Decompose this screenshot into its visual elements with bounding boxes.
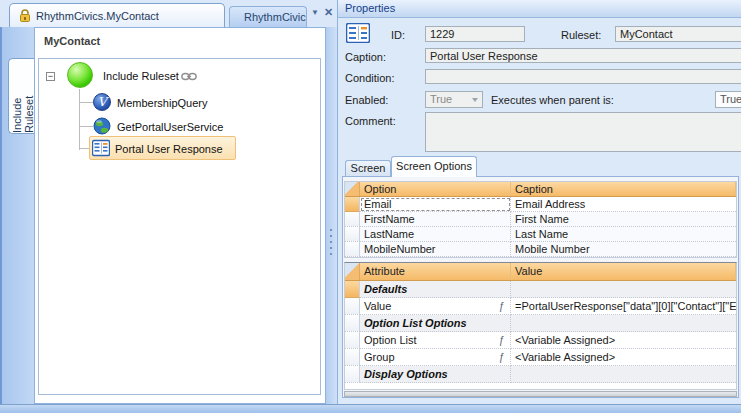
category-value (511, 366, 736, 383)
enabled-dropdown[interactable]: True (425, 91, 483, 108)
value-cell[interactable]: <Variable Assigned> (511, 332, 736, 349)
enabled-label: Enabled: (345, 94, 388, 106)
row-selector[interactable] (345, 315, 360, 332)
tab-screen[interactable]: Screen (345, 160, 391, 177)
tree-expander-icon[interactable]: − (46, 72, 55, 81)
caption-label: Caption: (345, 51, 386, 63)
caption-field[interactable]: Portal User Response (425, 48, 741, 63)
ruleset-tree: − Include Ruleset V MembershipQuery GetP… (38, 58, 321, 395)
table-row[interactable]: LastName Last Name (345, 227, 736, 242)
comment-label: Comment: (345, 115, 396, 127)
attributes-grid-header: Attribute Value (345, 263, 736, 281)
row-selector[interactable] (345, 298, 360, 315)
row-selector[interactable] (345, 242, 360, 257)
tab-label: RhythmCivics.SampleYes (244, 11, 307, 23)
attribute-cell[interactable]: Option List ƒ (360, 332, 511, 349)
attribute-cell[interactable]: Value ƒ (360, 298, 511, 315)
function-icon: ƒ (498, 301, 506, 312)
attribute-label: Group (364, 351, 395, 363)
table-row-category[interactable]: Option List Options (345, 315, 736, 332)
properties-header: Properties (338, 0, 741, 18)
option-cell[interactable]: Email (360, 197, 511, 212)
tree-node-membershipquery[interactable]: MembershipQuery (117, 97, 207, 109)
value-cell[interactable]: <Variable Assigned> (511, 349, 736, 366)
column-header-option[interactable]: Option (360, 182, 511, 196)
row-selector[interactable] (345, 212, 360, 227)
table-row[interactable]: Group ƒ <Variable Assigned> (345, 349, 736, 366)
executes-value: True (720, 93, 741, 105)
category-label: Option List Options (360, 315, 511, 332)
id-field[interactable]: 1229 (425, 26, 525, 42)
dock-strip: Include Ruleset (0, 27, 34, 404)
table-row[interactable]: FirstName First Name (345, 212, 736, 227)
option-cell[interactable]: FirstName (360, 212, 511, 227)
row-selector[interactable] (345, 366, 360, 383)
ruleset-panel: MyContact − Include Ruleset V Membership… (34, 27, 326, 404)
horizontal-scrollbar[interactable] (344, 391, 737, 397)
tab-rhythmcivics-sampleyes[interactable]: RhythmCivics.SampleYes (229, 6, 307, 27)
table-row[interactable]: Option List ƒ <Variable Assigned> (345, 332, 736, 349)
caption-cell[interactable]: Email Address (511, 197, 736, 212)
globe-icon (93, 117, 111, 135)
tree-node-include-ruleset[interactable]: Include Ruleset (103, 70, 179, 82)
option-cell[interactable]: MobileNumber (360, 242, 511, 257)
vertical-tab-label: Include Ruleset (11, 59, 35, 133)
tree-connector (80, 126, 93, 127)
category-label: Display Options (360, 366, 511, 383)
ruleset-label: Ruleset: (561, 29, 601, 41)
close-tab-icon[interactable]: ✕ (324, 6, 333, 19)
include-ruleset-icon (67, 62, 93, 88)
tab-rhythmcivics-mycontact[interactable]: RhythmCivics.MyContact (9, 3, 225, 27)
executes-dropdown[interactable]: True (715, 91, 741, 108)
value-cell[interactable]: =PortalUserResponse["data"][0]["Contact"… (511, 298, 736, 315)
tab-screen-options[interactable]: Screen Options (391, 156, 477, 177)
comment-field[interactable] (425, 112, 741, 152)
category-label: Defaults (360, 281, 511, 298)
panel-splitter[interactable] (326, 27, 337, 404)
table-row[interactable]: MobileNumber Mobile Number (345, 242, 736, 257)
link-icon (181, 72, 197, 81)
grid-corner-icon[interactable] (345, 263, 360, 280)
category-value (511, 281, 736, 298)
condition-label: Condition: (345, 72, 395, 84)
row-selector[interactable] (345, 349, 360, 366)
options-grid-header: Option Caption (345, 182, 736, 197)
column-header-caption[interactable]: Caption (511, 182, 736, 196)
tab-label: RhythmCivics.MyContact (36, 10, 159, 22)
splitter-grip-icon (330, 229, 332, 231)
lock-icon (19, 9, 31, 22)
properties-panel: Properties ID: 1229 Ruleset: MyContact C… (337, 0, 741, 404)
row-selector[interactable] (345, 332, 360, 349)
row-selector[interactable] (345, 197, 360, 212)
tree-connector (79, 89, 80, 150)
row-selector[interactable] (345, 281, 360, 298)
row-selector[interactable] (345, 227, 360, 242)
table-row-category[interactable]: Display Options (345, 366, 736, 383)
function-icon: ƒ (498, 335, 506, 346)
tree-node-portal-user-response[interactable]: Portal User Response (115, 143, 223, 155)
caption-cell[interactable]: First Name (511, 212, 736, 227)
attribute-cell[interactable]: Group ƒ (360, 349, 511, 366)
function-icon: ƒ (498, 352, 506, 363)
table-row[interactable]: Value ƒ =PortalUserResponse["data"][0]["… (345, 298, 736, 315)
app-window: RhythmCivics.MyContact RhythmCivics.Samp… (0, 0, 741, 413)
column-header-attribute[interactable]: Attribute (360, 263, 511, 280)
table-row-category[interactable]: Defaults (345, 281, 736, 298)
screen-icon (92, 139, 110, 157)
chevron-down-icon (472, 98, 478, 102)
table-row[interactable]: Email Email Address (345, 197, 736, 212)
grid-corner-icon[interactable] (345, 182, 360, 196)
column-header-value[interactable]: Value (511, 263, 736, 280)
caption-cell[interactable]: Last Name (511, 227, 736, 242)
option-cell[interactable]: LastName (360, 227, 511, 242)
caption-cell[interactable]: Mobile Number (511, 242, 736, 257)
tree-node-getportaluserservice[interactable]: GetPortalUserService (117, 121, 223, 133)
options-grid: Option Caption Email Email Address First… (344, 181, 737, 258)
id-label: ID: (391, 29, 405, 41)
attributes-grid: Attribute Value Defaults Value ƒ =Portal… (344, 262, 737, 390)
attribute-label: Option List (364, 334, 417, 346)
condition-field[interactable] (425, 69, 741, 84)
sidebar-tab-include-ruleset[interactable]: Include Ruleset (8, 58, 36, 134)
tab-overflow-icon[interactable]: ▼ (311, 8, 319, 17)
ruleset-field[interactable]: MyContact (615, 26, 741, 42)
